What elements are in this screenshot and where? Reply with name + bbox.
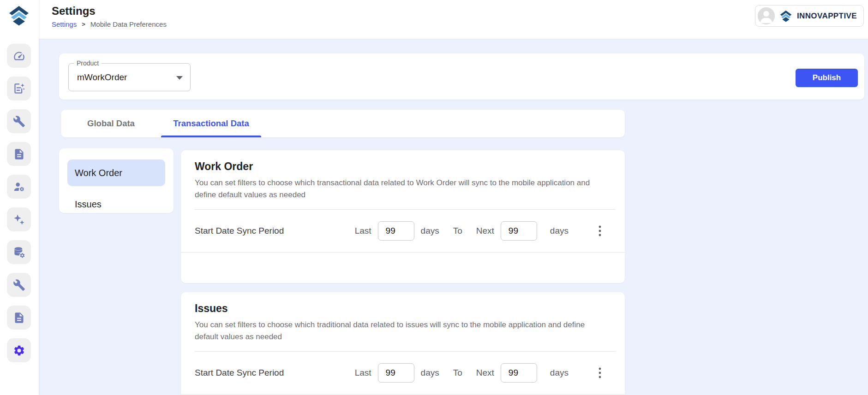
row-menu-button[interactable]	[594, 367, 605, 379]
tools-icon	[13, 115, 25, 128]
next-label: Next	[476, 226, 494, 236]
last-days-input[interactable]	[378, 221, 414, 241]
last-days-input[interactable]	[378, 363, 414, 383]
nav-item-work-order[interactable]: Work Order	[67, 159, 165, 186]
note-sparkle-icon	[13, 83, 25, 95]
gear-icon	[13, 344, 25, 357]
chevron-down-icon	[176, 76, 183, 80]
start-date-sync-row: Start Date Sync Period Last days To Next…	[181, 209, 625, 253]
sidebar-item-dashboard[interactable]	[7, 44, 31, 68]
sidebar-item-ai[interactable]	[7, 207, 31, 231]
sync-period-label: Start Date Sync Period	[195, 368, 284, 378]
days-unit-label: days	[421, 226, 439, 236]
brand-diamond-icon	[779, 10, 793, 23]
user-gear-icon	[13, 181, 25, 193]
issues-section: Issues You can set filters to choose whi…	[181, 292, 625, 395]
tab-label: Transactional Data	[173, 118, 249, 129]
work-order-section: Work Order You can set filters to choose…	[181, 150, 625, 283]
tab-bar: Global Data Transactional Data	[61, 110, 625, 137]
active-tab-indicator	[161, 136, 261, 137]
breadcrumb-settings-link[interactable]: Settings	[52, 20, 77, 28]
sync-period-label: Start Date Sync Period	[195, 226, 284, 236]
product-select-value: mWorkOrder	[77, 64, 127, 91]
kebab-icon	[599, 225, 601, 236]
sidebar-item-forms[interactable]	[7, 77, 31, 100]
sidebar-item-configuration-tools[interactable]	[7, 273, 31, 297]
file-icon	[13, 312, 25, 324]
sidebar-item-data-management[interactable]	[7, 240, 31, 264]
last-label: Last	[355, 368, 371, 378]
person-icon	[758, 7, 775, 24]
section-title: Issues	[195, 302, 228, 315]
tab-label: Global Data	[87, 118, 135, 129]
section-description: You can set filters to choose which trad…	[195, 319, 603, 343]
app-logo-icon	[7, 5, 31, 27]
tab-global-data[interactable]: Global Data	[61, 110, 161, 137]
last-label: Last	[355, 226, 371, 236]
sidebar-item-documents[interactable]	[7, 142, 31, 166]
account-badge[interactable]: INNOVAPPTIVE	[755, 5, 864, 27]
header: Settings Settings > Mobile Data Preferen…	[39, 0, 868, 39]
next-days-input[interactable]	[501, 363, 537, 383]
file-icon	[13, 148, 25, 160]
sidebar-item-settings[interactable]	[7, 338, 31, 362]
section-title: Work Order	[195, 160, 253, 173]
row-menu-button[interactable]	[594, 225, 605, 237]
breadcrumb-current: Mobile Data Preferences	[90, 20, 167, 28]
tab-transactional-data[interactable]: Transactional Data	[161, 110, 261, 137]
sidebar	[0, 0, 39, 395]
days-unit-label: days	[421, 368, 439, 378]
publish-button[interactable]: Publish	[796, 69, 858, 87]
section-description: You can set filters to choose which tran…	[195, 177, 603, 201]
brand-name: INNOVAPPTIVE	[797, 12, 857, 21]
kebab-icon	[599, 367, 601, 378]
tools-icon	[13, 279, 25, 291]
database-gear-icon	[13, 246, 25, 259]
product-toolbar-card: Product mWorkOrder Publish	[59, 53, 864, 100]
sidebar-item-tools[interactable]	[7, 109, 31, 133]
content: Product mWorkOrder Publish Global Data T…	[39, 39, 868, 395]
days-unit-label: days	[550, 368, 569, 378]
sparkles-icon	[13, 213, 25, 226]
days-unit-label: days	[550, 226, 569, 236]
page-title: Settings	[52, 5, 96, 18]
avatar	[758, 7, 775, 24]
breadcrumb-separator: >	[82, 21, 85, 28]
nav-item-issues[interactable]: Issues	[67, 191, 165, 218]
product-select[interactable]: Product mWorkOrder	[68, 63, 191, 91]
next-days-input[interactable]	[501, 221, 537, 241]
to-label: To	[453, 368, 462, 378]
sidebar-item-reports[interactable]	[7, 306, 31, 330]
gauge-icon	[13, 50, 25, 62]
entity-nav-panel: Work Order Issues	[59, 148, 174, 213]
start-date-sync-row: Start Date Sync Period Last days To Next…	[181, 351, 625, 395]
to-label: To	[453, 226, 462, 236]
next-label: Next	[476, 368, 494, 378]
breadcrumb: Settings > Mobile Data Preferences	[52, 20, 167, 28]
sidebar-item-user-management[interactable]	[7, 175, 31, 199]
